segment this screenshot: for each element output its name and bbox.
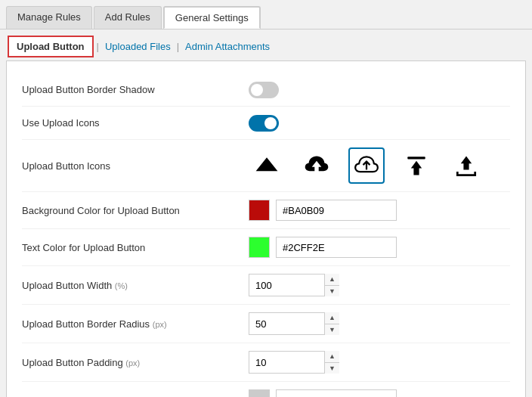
toggle-border-shadow-slider (249, 82, 279, 98)
icon-option-chevron-up[interactable] (249, 147, 285, 184)
divider-2: | (174, 41, 182, 52)
border-radius-down-btn[interactable]: ▼ (325, 324, 339, 336)
control-border-shadow (249, 82, 510, 98)
row-bg-color: Background Color for Upload Button (22, 192, 510, 229)
label-button-icons: Upload Button Icons (22, 160, 249, 172)
border-radius-spinner: ▲ ▼ (324, 312, 339, 335)
row-padding: Upload Button Padding (px) ▲ ▼ (22, 343, 510, 382)
arrow-up-bar-icon (403, 152, 430, 179)
control-use-icons (249, 115, 510, 132)
settings-content: Upload Button Border Shadow Use Upload I… (6, 60, 526, 397)
bg-color-swatch[interactable] (249, 200, 270, 221)
cloud-up-bold-icon (303, 152, 330, 179)
cloud-up-outline-icon (353, 152, 380, 179)
icon-option-arrow-up-tray[interactable] (448, 147, 484, 184)
icon-option-arrow-up-bar[interactable] (398, 147, 435, 184)
text-color-input[interactable] (276, 237, 397, 258)
label-border-radius: Upload Button Border Radius (px) (22, 318, 249, 330)
chevron-up-icon (253, 152, 280, 179)
divider-1: | (94, 41, 102, 52)
control-text-color (249, 237, 510, 258)
tab-general-settings[interactable]: General Settings (163, 6, 261, 29)
control-padding: ▲ ▼ (249, 351, 510, 374)
label-use-icons: Use Upload Icons (22, 117, 249, 129)
control-width: ▲ ▼ (249, 274, 510, 296)
control-container-bg (249, 389, 510, 397)
row-button-icons: Upload Button Icons (22, 140, 510, 192)
subtab-admin-attachments[interactable]: Admin Attachments (182, 37, 273, 56)
control-button-icons (249, 147, 510, 184)
icon-option-cloud-up-outline[interactable] (348, 147, 385, 184)
toggle-use-icons-slider (249, 115, 279, 132)
top-tabs: Manage Rules Add Rules General Settings (0, 0, 532, 29)
text-color-swatch[interactable] (249, 237, 270, 258)
padding-sublabel: (px) (125, 358, 140, 368)
width-input-wrap: ▲ ▼ (249, 274, 339, 296)
width-up-btn[interactable]: ▲ (325, 274, 339, 286)
label-border-shadow: Upload Button Border Shadow (22, 84, 249, 95)
label-container-bg: Background Color for Upload Buttons Cont… (22, 395, 249, 398)
subtab-upload-button[interactable]: Upload Button (8, 36, 94, 57)
tab-add-rules[interactable]: Add Rules (94, 6, 162, 29)
svg-marker-0 (256, 157, 278, 171)
row-use-icons: Use Upload Icons (22, 107, 510, 140)
label-width: Upload Button Width (%) (22, 280, 249, 291)
row-container-bg: Background Color for Upload Buttons Cont… (22, 382, 510, 397)
width-down-btn[interactable]: ▼ (325, 286, 339, 297)
toggle-use-icons[interactable] (249, 115, 279, 132)
control-bg-color (249, 200, 510, 221)
border-radius-up-btn[interactable]: ▲ (325, 312, 339, 324)
row-border-radius: Upload Button Border Radius (px) ▲ ▼ (22, 305, 510, 343)
width-spinner: ▲ ▼ (324, 274, 339, 296)
padding-up-btn[interactable]: ▲ (325, 351, 339, 363)
control-border-radius: ▲ ▼ (249, 312, 510, 335)
border-radius-sublabel: (px) (153, 320, 167, 329)
arrow-up-tray-icon (453, 152, 480, 179)
label-bg-color: Background Color for Upload Button (22, 205, 249, 216)
subtab-uploaded-files[interactable]: Uploaded Files (102, 37, 174, 56)
tab-manage-rules[interactable]: Manage Rules (6, 6, 92, 29)
width-sublabel: (%) (115, 281, 128, 290)
sub-tabs: Upload Button | Uploaded Files | Admin A… (0, 29, 532, 60)
bg-color-input[interactable] (276, 200, 397, 221)
app-container: Manage Rules Add Rules General Settings … (0, 0, 532, 397)
padding-spinner: ▲ ▼ (324, 351, 339, 374)
row-text-color: Text Color for Upload Button (22, 229, 510, 266)
padding-down-btn[interactable]: ▼ (325, 363, 339, 374)
row-width: Upload Button Width (%) ▲ ▼ (22, 266, 510, 305)
row-border-shadow: Upload Button Border Shadow (22, 73, 510, 107)
toggle-border-shadow[interactable] (249, 82, 279, 98)
icon-options (249, 147, 484, 184)
icon-option-cloud-up-bold[interactable] (298, 147, 335, 184)
container-bg-swatch[interactable] (249, 389, 270, 397)
container-bg-input[interactable] (276, 389, 397, 397)
svg-marker-5 (461, 156, 472, 169)
svg-rect-3 (407, 157, 425, 159)
padding-input-wrap: ▲ ▼ (249, 351, 339, 374)
svg-marker-4 (411, 161, 422, 175)
label-padding: Upload Button Padding (px) (22, 357, 249, 368)
border-radius-input-wrap: ▲ ▼ (249, 312, 339, 335)
label-text-color: Text Color for Upload Button (22, 242, 249, 253)
